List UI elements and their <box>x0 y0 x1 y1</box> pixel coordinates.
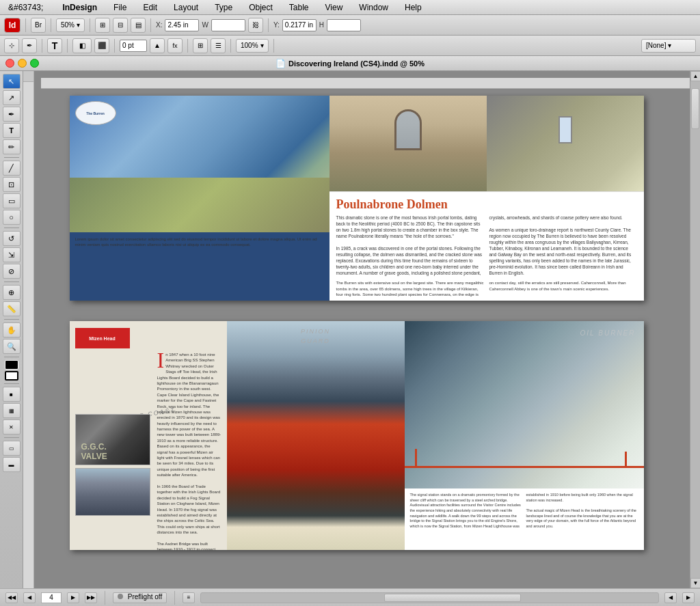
h-label: H <box>319 21 324 29</box>
list-view-btn[interactable]: ☰ <box>211 38 226 53</box>
cliff-photo: OIL BURNER <box>405 321 644 488</box>
formula-btn[interactable]: fx <box>167 38 183 53</box>
id-button[interactable]: Id <box>4 18 21 33</box>
y-label: Y: <box>273 21 280 29</box>
zoom-tool[interactable]: 🔍 <box>3 339 21 354</box>
photo-grid: G.G.C.VALVE <box>75 414 150 516</box>
h-scroll-thumb[interactable] <box>384 594 522 602</box>
h-scroll-right[interactable]: ▶ <box>682 592 695 603</box>
window-titlebar: 📄 Discovering Ireland (CS4).indd @ 50% <box>0 56 700 71</box>
ellipse-tool[interactable]: ○ <box>3 210 21 225</box>
type-tool-btn[interactable]: T <box>47 38 62 53</box>
document-title: 📄 Discovering Ireland (CS4).indd @ 50% <box>275 59 425 68</box>
stroke-fill-btn[interactable]: ◧ <box>72 38 92 53</box>
vertical-scrollbar[interactable]: ▲ ▼ <box>690 71 700 588</box>
w-input[interactable] <box>211 19 245 31</box>
nav-next-button[interactable]: ▶ <box>67 592 79 603</box>
apply-color-btn[interactable]: ■ <box>3 387 21 402</box>
ruler-horizontal <box>41 78 690 89</box>
fill-color[interactable] <box>5 360 18 370</box>
canvas-content: The Burren Lorem ipsum dolor sit amet co… <box>30 89 683 581</box>
y-input[interactable] <box>282 19 317 31</box>
mizen-text-column: I n 1847 when a 10 foot nine American Br… <box>157 352 221 545</box>
preview-btn[interactable]: ▬ <box>3 457 21 472</box>
view-menu[interactable]: View <box>323 1 346 14</box>
x-input[interactable] <box>165 19 199 31</box>
bridge-button[interactable]: Br <box>31 18 46 33</box>
window-menu[interactable]: Window <box>356 1 391 14</box>
doc-icon: 📄 <box>275 59 286 68</box>
apply-gradient-btn[interactable]: ▦ <box>3 403 21 418</box>
apply-none-btn[interactable]: ✕ <box>3 419 21 435</box>
normal-view-btn[interactable]: ▭ <box>3 441 21 456</box>
rotate-tool[interactable]: ↺ <box>3 231 21 246</box>
eye-dropper-tool[interactable]: ⊕ <box>3 285 21 300</box>
ruler-vertical <box>23 71 34 588</box>
scroll-down-arrow[interactable]: ▼ <box>690 578 700 588</box>
document-canvas[interactable]: The Burren Lorem ipsum dolor sit amet co… <box>30 89 683 581</box>
pt-input[interactable] <box>120 40 147 52</box>
pen-tool[interactable]: ✒ <box>3 107 21 122</box>
zoom2-dropdown[interactable]: 100% ▾ <box>236 39 269 53</box>
hand-tool[interactable]: ✋ <box>3 322 21 338</box>
shear-tool[interactable]: ⊘ <box>3 264 21 279</box>
object-menu[interactable]: Object <box>246 1 275 14</box>
pencil-tool[interactable]: ✏ <box>3 139 21 154</box>
toolbar2-sep-1 <box>42 39 42 53</box>
help-menu[interactable]: Help <box>402 1 425 14</box>
canvas-area[interactable]: The Burren Lorem ipsum dolor sit amet co… <box>23 71 690 588</box>
layout-menu[interactable]: Layout <box>171 1 201 14</box>
maximize-button[interactable] <box>30 59 39 68</box>
fence-post-2 <box>625 452 627 468</box>
page-number-input[interactable] <box>41 592 62 603</box>
measure-tool[interactable]: 📏 <box>3 301 21 316</box>
line-tool[interactable]: ╱ <box>3 161 21 176</box>
type-menu[interactable]: Type <box>212 1 235 14</box>
tool-pen-btn[interactable]: ✒ <box>22 38 37 53</box>
pt-up-btn[interactable]: ▲ <box>150 38 165 53</box>
stroke-color[interactable] <box>5 371 18 381</box>
frame-btn-1[interactable]: ⊞ <box>95 18 110 33</box>
scale-tool[interactable]: ⇲ <box>3 247 21 262</box>
scroll-up-arrow[interactable]: ▲ <box>690 71 700 81</box>
none-dropdown[interactable]: [None] ▾ <box>641 39 696 53</box>
type-tool[interactable]: T <box>3 123 21 138</box>
fence-post-1 <box>415 449 417 468</box>
frame-btn-3[interactable]: ▤ <box>131 18 146 33</box>
file-menu[interactable]: File <box>111 1 129 14</box>
mizen-body-text: I n 1847 when a 10 foot nine American Br… <box>157 352 221 550</box>
direct-select-tool[interactable]: ↗ <box>3 90 21 105</box>
nav-prev-button[interactable]: ◀ <box>23 592 36 603</box>
options-button[interactable]: ≡ <box>183 592 195 603</box>
scroll-track[interactable] <box>690 81 700 578</box>
frame-btn-2[interactable]: ⊟ <box>113 18 128 33</box>
h-input[interactable] <box>327 19 361 31</box>
app-menu[interactable]: InDesign <box>59 1 100 14</box>
minimize-button[interactable] <box>18 59 27 68</box>
scroll-thumb[interactable] <box>691 88 699 129</box>
horizontal-scrollbar[interactable] <box>200 592 659 603</box>
tool-sep-4 <box>4 319 19 320</box>
tool-select-btn[interactable]: ⊹ <box>4 38 19 53</box>
selection-tool[interactable]: ↖ <box>3 74 21 89</box>
apple-menu[interactable]: &#63743; <box>5 1 46 14</box>
color-mode-btn[interactable]: ⬛ <box>94 38 109 53</box>
grid-view-btn[interactable]: ⊞ <box>193 38 208 53</box>
right-page-caption: The signal station stands on a dramatic … <box>405 488 644 550</box>
rect-tool[interactable]: ▭ <box>3 193 21 208</box>
rect-frame-tool[interactable]: ⊡ <box>3 177 21 192</box>
zoom-dropdown[interactable]: 50% ▾ <box>56 18 85 32</box>
constrain-btn[interactable]: ⛓ <box>248 18 263 33</box>
edit-menu[interactable]: Edit <box>140 1 160 14</box>
preflight-button[interactable]: Preflight off <box>113 592 167 603</box>
article-body: This dramatic stone is one of the most f… <box>329 215 644 277</box>
table-menu[interactable]: Table <box>286 1 312 14</box>
h-scroll-left[interactable]: ◀ <box>664 592 677 603</box>
dolmen-leg-right <box>164 182 176 214</box>
nav-last-button[interactable]: ▶▶ <box>85 592 97 603</box>
toolbar-sep-4 <box>150 18 151 32</box>
status-bar: ◀◀ ◀ ▶ ▶▶ Preflight off ≡ ◀ ▶ <box>0 588 700 606</box>
window-controls <box>0 59 39 68</box>
nav-first-button[interactable]: ◀◀ <box>5 592 18 603</box>
close-button[interactable] <box>5 59 14 68</box>
